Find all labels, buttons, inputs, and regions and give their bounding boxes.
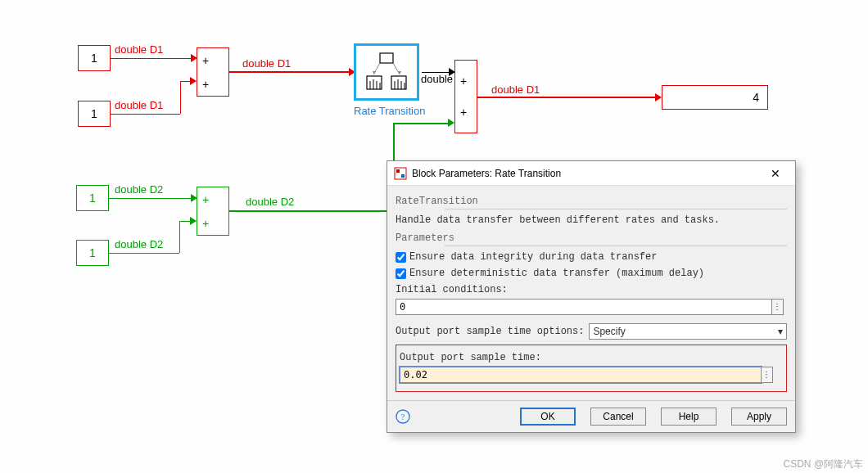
- display-block[interactable]: 4: [662, 85, 768, 110]
- wire: [180, 81, 181, 114]
- const2-value: 1: [91, 107, 97, 120]
- signal-label: double: [421, 73, 453, 85]
- svg-text:?: ?: [401, 412, 405, 421]
- constant-block-2[interactable]: 1: [78, 101, 111, 127]
- sum-block-3[interactable]: + +: [454, 60, 477, 133]
- chevron-down-icon: ▾: [778, 326, 783, 337]
- output-sample-time-label: Output port sample time:: [400, 352, 783, 363]
- wire: [229, 71, 352, 73]
- plus-icon: +: [202, 54, 209, 67]
- output-sample-time-input[interactable]: [400, 367, 762, 383]
- section-ratetransition: RateTransition: [396, 196, 787, 207]
- ensure-integrity-checkbox[interactable]: [396, 252, 406, 263]
- sample-time-options-label: Output port sample time options:: [396, 326, 584, 337]
- signal-label: double D1: [115, 99, 163, 111]
- const1-value: 1: [91, 52, 97, 65]
- block-parameters-dialog[interactable]: Block Parameters: Rate Transition ✕ Rate…: [387, 160, 796, 433]
- plus-icon: +: [202, 217, 209, 230]
- dialog-body: RateTransition Handle data transfer betw…: [387, 186, 795, 400]
- signal-label: double D1: [242, 57, 291, 70]
- rate-transition-block[interactable]: [354, 43, 419, 101]
- rate-transition-label: Rate Transition: [354, 105, 425, 117]
- cancel-button[interactable]: Cancel: [590, 408, 646, 426]
- sample-time-options-select[interactable]: Specify ▾: [589, 323, 787, 340]
- svg-line-2: [393, 63, 400, 74]
- dialog-title: Block Parameters: Rate Transition: [412, 168, 561, 179]
- sum-block-2[interactable]: + +: [197, 187, 229, 236]
- separator: [445, 209, 787, 209]
- close-button[interactable]: ✕: [762, 164, 789, 183]
- more-button[interactable]: ⋮: [762, 367, 773, 383]
- wire: [111, 114, 180, 115]
- initial-conditions-input[interactable]: [396, 299, 772, 315]
- svg-rect-17: [401, 174, 405, 178]
- highlighted-parameter: Output port sample time: ⋮: [396, 345, 787, 392]
- signal-label: double D1: [491, 83, 540, 96]
- help-icon[interactable]: ?: [396, 409, 410, 424]
- constant-block-4[interactable]: 1: [76, 240, 109, 266]
- arrowhead: [190, 77, 197, 85]
- svg-rect-0: [380, 53, 393, 63]
- section-parameters: Parameters: [396, 232, 787, 244]
- dialog-titlebar[interactable]: Block Parameters: Rate Transition ✕: [387, 161, 795, 186]
- display-value: 4: [753, 91, 759, 104]
- wire: [393, 123, 450, 124]
- plus-icon: +: [202, 78, 209, 91]
- wire: [477, 97, 658, 98]
- plus-icon: +: [460, 106, 467, 119]
- arrowhead: [190, 217, 197, 225]
- plus-icon: +: [460, 74, 467, 88]
- wire: [109, 198, 192, 199]
- constant-block-3[interactable]: 1: [76, 185, 109, 211]
- svg-rect-10: [391, 76, 406, 89]
- wire: [179, 221, 180, 253]
- select-value: Specify: [593, 326, 625, 337]
- apply-button[interactable]: Apply: [731, 408, 787, 426]
- simulink-icon: [394, 167, 407, 180]
- svg-marker-3: [373, 71, 376, 74]
- plus-icon: +: [202, 193, 209, 206]
- signal-label: double D1: [115, 43, 163, 56]
- constant-block-1[interactable]: 1: [78, 45, 111, 71]
- ensure-integrity-label: Ensure data integrity during data transf…: [409, 251, 657, 263]
- block-description: Handle data transfer between different r…: [396, 214, 787, 226]
- ok-button[interactable]: OK: [520, 408, 576, 426]
- initial-conditions-label: Initial conditions:: [396, 284, 787, 295]
- arrowhead: [448, 119, 454, 127]
- signal-label: double D2: [115, 183, 163, 196]
- ensure-deterministic-label: Ensure deterministic data transfer (maxi…: [409, 268, 704, 279]
- const3-value: 1: [89, 191, 96, 205]
- const4-value: 1: [89, 246, 96, 259]
- sum-block-1[interactable]: + +: [197, 47, 229, 97]
- wire: [109, 253, 179, 254]
- rate-transition-icon: [362, 52, 411, 92]
- svg-rect-16: [396, 169, 400, 173]
- more-button[interactable]: ⋮: [772, 299, 784, 315]
- separator: [445, 246, 787, 246]
- svg-rect-5: [367, 76, 382, 89]
- signal-label: double D2: [246, 196, 294, 208]
- arrowhead: [655, 93, 662, 101]
- wire: [111, 58, 192, 59]
- help-button[interactable]: Help: [661, 408, 717, 426]
- signal-label: double D2: [115, 238, 163, 250]
- watermark: CSDN @阿隆汽车: [783, 457, 863, 471]
- dialog-button-row: ? OK Cancel Help Apply: [387, 400, 795, 432]
- wire: [229, 210, 393, 212]
- ensure-deterministic-checkbox[interactable]: [396, 268, 406, 279]
